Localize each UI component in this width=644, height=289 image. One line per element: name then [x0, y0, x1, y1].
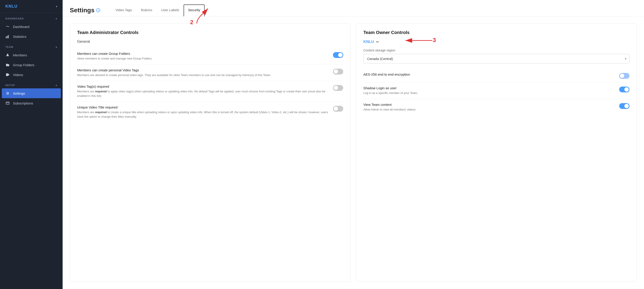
setting-video-tags-required: Video Tag(s) required Members are requir…	[77, 81, 343, 102]
toggle-create-group-folders[interactable]	[333, 52, 343, 58]
sidebar: KNLU ▾ DASHBOARD ▴ 〜 Dashboard Statistic…	[0, 0, 62, 289]
setting-shadow-login: Shadow Login as user Log in as a specifi…	[363, 82, 630, 99]
storage-region-select-wrapper: Canada (Central) US East US West Europe …	[363, 54, 630, 64]
subscriptions-icon	[5, 101, 10, 105]
setting-aes-encryption: AES-256 end to end encryption	[363, 69, 630, 82]
page-title: Settings i	[70, 7, 100, 14]
svg-rect-5	[6, 102, 9, 104]
svg-rect-2	[8, 35, 9, 38]
sidebar-item-videos[interactable]: Videos	[0, 70, 62, 80]
chevron-up-icon: ▴	[56, 17, 57, 20]
storage-region-label: Content storage region	[363, 48, 630, 52]
chevron-down-icon: ▾	[56, 5, 57, 8]
main-header: Settings i Video Tags Rubrics User Label…	[62, 0, 644, 16]
tab-security[interactable]: Security	[184, 4, 204, 16]
brand-label: KNLU	[5, 4, 18, 9]
toggle-aes-encryption[interactable]	[619, 73, 630, 79]
sidebar-item-members[interactable]: Members	[0, 50, 62, 60]
dashboard-icon: 〜	[5, 24, 10, 29]
tab-video-tags[interactable]: Video Tags	[111, 4, 136, 16]
sidebar-section-dashboard: DASHBOARD ▴	[0, 13, 62, 22]
content-area: 1 Team Administrator Controls General Me…	[62, 16, 644, 289]
toggle-view-team-content[interactable]	[619, 103, 630, 109]
members-icon	[5, 53, 10, 57]
info-icon[interactable]: i	[96, 8, 100, 12]
owner-controls-panel: Team Owner Controls KNLU ✏ 3 Content s	[356, 24, 637, 282]
tab-rubrics[interactable]: Rubrics	[136, 4, 157, 16]
general-section-label: General	[77, 40, 343, 44]
settings-icon: ⚙	[5, 91, 10, 96]
owner-name-row: KNLU ✏	[363, 40, 630, 44]
toggle-video-tags-required[interactable]	[333, 85, 343, 91]
storage-region-select[interactable]: Canada (Central) US East US West Europe	[363, 54, 630, 64]
owner-panel-title: Team Owner Controls	[363, 30, 630, 35]
statistics-icon	[5, 34, 10, 39]
svg-rect-0	[6, 36, 6, 38]
svg-rect-1	[7, 36, 8, 38]
setting-unique-video-title: Unique Video Title required Members are …	[77, 102, 343, 122]
owner-name-label: KNLU	[363, 40, 374, 44]
edit-icon[interactable]: ✏	[376, 40, 379, 44]
sidebar-item-subscriptions[interactable]: Subscriptions	[0, 98, 62, 108]
toggle-create-video-tags[interactable]	[333, 69, 343, 74]
sidebar-item-dashboard[interactable]: 〜 Dashboard	[0, 22, 62, 32]
toggle-unique-video-title[interactable]	[333, 106, 343, 112]
sidebar-item-settings[interactable]: ⚙ Settings	[2, 88, 61, 98]
tab-navigation: Video Tags Rubrics User Labels Security	[111, 4, 204, 16]
sidebar-section-team: TEAM ▴	[0, 42, 62, 50]
sidebar-header[interactable]: KNLU ▾	[0, 0, 62, 13]
chevron-up-icon-team: ▴	[56, 46, 57, 48]
chevron-up-icon-setup: ▴	[56, 84, 57, 86]
sidebar-item-group-folders[interactable]: Group Folders	[0, 60, 62, 70]
toggle-shadow-login[interactable]	[619, 86, 630, 92]
admin-controls-panel: Team Administrator Controls General Memb…	[70, 24, 350, 282]
videos-icon	[5, 72, 10, 77]
setting-view-team-content: View Team content Allow Admin to view al…	[363, 99, 630, 116]
admin-panel-title: Team Administrator Controls	[77, 30, 343, 35]
sidebar-item-statistics[interactable]: Statistics	[0, 32, 62, 42]
main-content: Settings i Video Tags Rubrics User Label…	[62, 0, 644, 289]
tab-user-labels[interactable]: User Labels	[157, 4, 184, 16]
setting-create-video-tags: Members can create personal Video Tags M…	[77, 65, 343, 81]
sidebar-section-setup: SETUP ▴	[0, 80, 62, 88]
folder-icon	[5, 63, 10, 67]
svg-rect-4	[6, 73, 8, 76]
setting-create-group-folders: Members can create Group Folders Allow m…	[77, 48, 343, 65]
